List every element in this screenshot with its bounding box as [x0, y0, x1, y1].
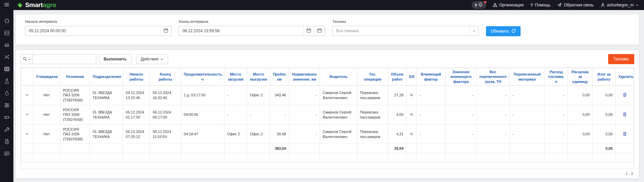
- cell-unit[interactable]: Ч: [406, 125, 416, 144]
- row-expand-button[interactable]: [24, 112, 30, 117]
- cell-driver[interactable]: Смирнов Сергей Валентинович: [320, 125, 357, 144]
- column-header-duration[interactable]: Продолжительность, ч: [181, 68, 224, 86]
- cell-work_start[interactable]: 06.12.2024 01:17:00: [123, 105, 150, 125]
- cell-work_end[interactable]: 06.12.2024 11:53:59: [150, 125, 181, 144]
- cell-operation[interactable]: Перевозка пассажиров: [357, 86, 388, 105]
- cell-mileage[interactable]: 39,58: [270, 125, 289, 144]
- cell-material[interactable]: -: [509, 105, 545, 125]
- cell-unload_place[interactable]: Офис 2: [247, 86, 270, 105]
- row-expand-button[interactable]: [24, 131, 30, 137]
- column-header-expand[interactable]: [21, 68, 33, 86]
- notifications-button[interactable]: 0: [472, 1, 486, 9]
- cell-vehicle[interactable]: РОССИЯ ПАЗ 3206 (Т392УЕ68): [60, 125, 90, 144]
- sidebar-item-car[interactable]: [0, 40, 13, 50]
- cell-material[interactable]: -: [509, 125, 545, 144]
- column-header-mileage[interactable]: Пробег, км: [270, 68, 289, 86]
- cell-material[interactable]: -: [509, 86, 545, 105]
- cell-norm_value[interactable]: -: [289, 86, 320, 105]
- organization-menu-button[interactable]: Организация: [493, 3, 524, 7]
- cell-unit[interactable]: Ч: [406, 105, 416, 125]
- sidebar-item-card-list[interactable]: [0, 64, 13, 74]
- cell-operation[interactable]: Перевозка пассажиров: [357, 105, 388, 125]
- logo[interactable]: Smartagro: [16, 1, 56, 9]
- cell-cargo_weight[interactable]: -: [477, 105, 510, 125]
- column-header-rate[interactable]: Расценка за единицу: [568, 68, 592, 86]
- fuel-button[interactable]: Топливо: [608, 54, 634, 64]
- column-header-material[interactable]: Перевезенный материал: [509, 68, 545, 86]
- end-calendar-picker-button[interactable]: [314, 26, 325, 36]
- column-header-factor[interactable]: Влияющий фактор: [416, 68, 445, 86]
- cell-rate[interactable]: 0,00: [568, 105, 592, 125]
- cell-volume[interactable]: 4,00: [388, 105, 406, 125]
- cell-volume[interactable]: 27,28: [388, 86, 406, 105]
- actions-button[interactable]: Действия: [136, 54, 168, 64]
- cell-division[interactable]: 01 ЗВЕЗДА ТЕХНИКА: [90, 105, 123, 125]
- cell-driver[interactable]: Смирнов Сергей Валентинович: [320, 105, 357, 125]
- row-delete-button[interactable]: [622, 131, 628, 137]
- cell-load_place[interactable]: Офис 2: [224, 125, 247, 144]
- sidebar-item-home[interactable]: [0, 15, 13, 26]
- cell-rate[interactable]: 0,00: [568, 86, 592, 105]
- sidebar-item-map[interactable]: [0, 28, 13, 38]
- column-header-approved[interactable]: Утверждена: [33, 68, 60, 86]
- refresh-button[interactable]: Обновить: [486, 26, 521, 36]
- column-header-fuel[interactable]: Расход топлива, л: [545, 68, 568, 86]
- cell-vehicle[interactable]: РОССИЯ ПАЗ 3206 (Т392УЕ68): [60, 86, 90, 105]
- start-interval-input[interactable]: [25, 26, 160, 36]
- column-header-volume[interactable]: Объем работ: [388, 68, 406, 86]
- cell-fuel[interactable]: -: [545, 125, 568, 144]
- column-header-work_start[interactable]: Начало работы: [123, 68, 150, 86]
- cell-cargo_weight[interactable]: -: [477, 125, 510, 144]
- sidebar-item-document[interactable]: [0, 136, 13, 146]
- search-input[interactable]: [33, 54, 96, 64]
- feedback-menu-button[interactable]: Обратная связь: [557, 3, 593, 7]
- column-header-vehicle[interactable]: Основная: [60, 68, 90, 86]
- cell-norm_value[interactable]: -: [289, 125, 320, 144]
- row-delete-button[interactable]: [622, 92, 628, 98]
- column-header-unit[interactable]: ЕИ: [406, 68, 416, 86]
- row-expand-button[interactable]: [24, 92, 30, 98]
- help-menu-button[interactable]: ? Помощь: [530, 3, 550, 8]
- cell-factor[interactable]: -: [416, 86, 445, 105]
- vehicle-select[interactable]: Вся техника: [332, 26, 479, 36]
- sidebar-item-sliders[interactable]: [0, 100, 13, 110]
- cell-approved[interactable]: Нет: [33, 86, 60, 105]
- column-header-factor_value[interactable]: Значение влияющего фактора: [445, 68, 477, 86]
- sidebar-item-shuffle[interactable]: [0, 52, 13, 62]
- cell-vehicle[interactable]: РОССИЯ ПАЗ 3206 (Т392УЕ68): [60, 105, 90, 125]
- column-header-operation[interactable]: Тех. операция: [357, 68, 388, 86]
- cell-mileage[interactable]: -: [270, 105, 289, 125]
- cell-work_total[interactable]: 0,00: [593, 86, 615, 105]
- cell-volume[interactable]: 4,31: [388, 125, 406, 144]
- cell-division[interactable]: 01 ЗВЕЗДА ТЕХНИКА: [90, 86, 123, 105]
- column-header-work_total[interactable]: Итог за работу: [593, 68, 615, 86]
- sidebar-item-chat[interactable]: [0, 148, 13, 158]
- sidebar-item-battery[interactable]: [0, 112, 13, 122]
- cell-factor_value[interactable]: -: [445, 86, 477, 105]
- cell-operation[interactable]: Перевозка пассажиров: [357, 125, 388, 144]
- cell-unload_place[interactable]: -: [247, 105, 270, 125]
- cell-factor_value[interactable]: -: [445, 105, 477, 125]
- column-header-delete[interactable]: Удалить: [615, 68, 634, 86]
- cell-load_place[interactable]: -: [224, 86, 247, 105]
- cell-work_total[interactable]: 0,00: [593, 105, 615, 125]
- cell-mileage[interactable]: 343,46: [270, 86, 289, 105]
- start-calendar-button[interactable]: [160, 26, 171, 36]
- column-header-work_end[interactable]: Конец работы: [150, 68, 181, 86]
- end-interval-input[interactable]: [179, 26, 303, 36]
- user-menu-button[interactable]: ashurbegov_m: [600, 3, 639, 7]
- cell-work_end[interactable]: 06.12.2024 05:17:00: [150, 105, 181, 125]
- cell-unit[interactable]: Ч: [406, 86, 416, 105]
- cell-driver[interactable]: Смирнов Сергей Валентинович: [320, 86, 357, 105]
- cell-factor[interactable]: -: [416, 125, 445, 144]
- sidebar-item-droplet[interactable]: [0, 88, 13, 98]
- cell-factor_value[interactable]: -: [445, 125, 477, 144]
- cell-unload_place[interactable]: Офис 2: [247, 125, 270, 144]
- column-header-driver[interactable]: Водитель: [320, 68, 357, 86]
- search-options-button[interactable]: [20, 54, 33, 64]
- cell-work_total[interactable]: 0,00: [593, 125, 615, 144]
- column-header-unload_place[interactable]: Место выгрузки: [247, 68, 270, 86]
- column-header-norm_value[interactable]: Нормативное значение, км: [289, 68, 320, 86]
- column-header-division[interactable]: Подразделение: [90, 68, 123, 86]
- cell-factor[interactable]: -: [416, 105, 445, 125]
